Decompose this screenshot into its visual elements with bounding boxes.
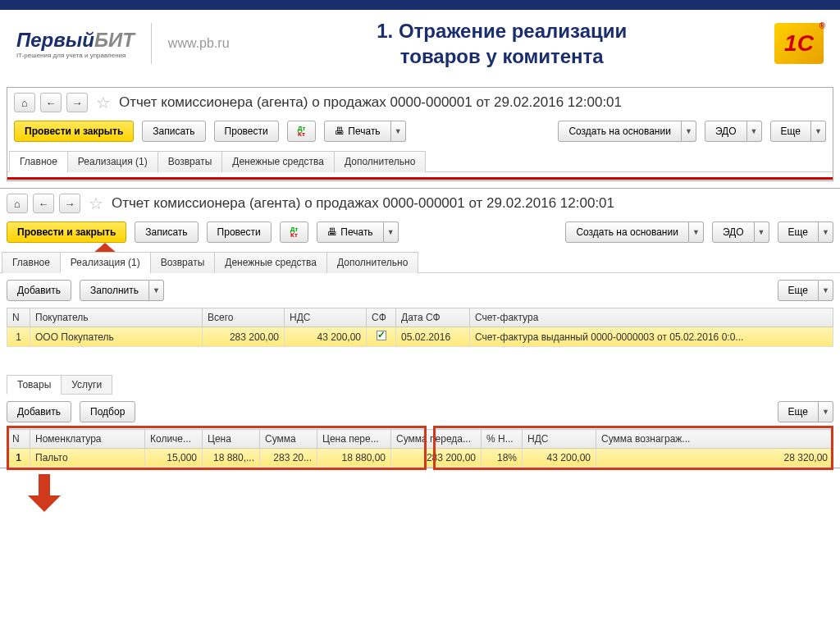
sf-checkbox[interactable] <box>377 331 386 340</box>
edo-button[interactable]: ЭДО <box>712 221 755 243</box>
tab-goods[interactable]: Товары <box>7 375 62 395</box>
create-based-dropdown[interactable]: ▼ <box>689 221 704 243</box>
more-button[interactable]: Еще <box>770 121 811 142</box>
create-based-button[interactable]: Создать на основании <box>558 121 682 142</box>
doc-title: Отчет комиссионера (агента) о продажах 0… <box>112 195 614 212</box>
create-based-button[interactable]: Создать на основании <box>565 221 689 243</box>
more-button[interactable]: Еще <box>778 401 819 422</box>
tab-returns[interactable]: Возвраты <box>150 252 216 273</box>
more-button[interactable]: Еще <box>778 221 819 243</box>
tab-additional[interactable]: Дополнительно <box>334 151 426 172</box>
print-dropdown[interactable]: ▼ <box>391 121 406 142</box>
dtkt-button[interactable]: ДтКт <box>287 121 317 142</box>
printer-icon: 🖶 <box>335 126 345 137</box>
fill-button[interactable]: Заполнить <box>80 280 149 301</box>
pick-button[interactable]: Подбор <box>80 401 135 422</box>
slide-header: ПервыйБИТ IT-решения для учета и управле… <box>0 10 840 77</box>
home-button[interactable]: ⌂ <box>14 93 35 112</box>
add-button[interactable]: Добавить <box>7 401 71 422</box>
print-button[interactable]: 🖶 Печать <box>324 121 390 142</box>
tab-returns[interactable]: Возвраты <box>158 151 223 172</box>
arrow-indicator-down <box>28 472 61 514</box>
tab-realization[interactable]: Реализация (1) <box>67 151 158 172</box>
tab-money[interactable]: Денежные средства <box>214 252 327 273</box>
tab-additional[interactable]: Дополнительно <box>326 252 418 273</box>
edo-dropdown[interactable]: ▼ <box>747 121 762 142</box>
printer-icon: 🖶 <box>327 226 337 238</box>
save-button[interactable]: Записать <box>135 221 198 243</box>
window-2: ⌂ ← → ☆ Отчет комиссионера (агента) о пр… <box>0 188 840 468</box>
star-icon[interactable]: ☆ <box>89 194 103 213</box>
post-button[interactable]: Провести <box>207 221 272 243</box>
buyers-table[interactable]: N Покупатель Всего НДС СФ Дата СФ Счет-ф… <box>7 308 833 347</box>
tab-money[interactable]: Денежные средства <box>221 151 335 172</box>
slide-title: 1. Отражение реализации товаров у комите… <box>246 18 758 69</box>
tab-main[interactable]: Главное <box>9 151 68 172</box>
more-dropdown[interactable]: ▼ <box>819 280 833 301</box>
post-close-button[interactable]: Провести и закрыть <box>14 121 134 142</box>
logo-pervyibit: ПервыйБИТ IT-решения для учета и управле… <box>16 29 135 59</box>
goods-table[interactable]: N Номенклатура Количе... Цена Сумма Цена… <box>7 429 833 468</box>
post-close-button[interactable]: Провести и закрыть <box>7 221 126 243</box>
dtkt-button[interactable]: ДтКт <box>280 221 309 243</box>
home-button[interactable]: ⌂ <box>7 194 28 213</box>
back-button[interactable]: ← <box>33 194 54 213</box>
print-dropdown[interactable]: ▼ <box>384 221 399 243</box>
dtkt-icon: ДтКт <box>298 126 306 137</box>
forward-button[interactable]: → <box>66 93 88 112</box>
dtkt-icon: ДтКт <box>290 226 299 238</box>
create-based-dropdown[interactable]: ▼ <box>682 121 696 142</box>
logo-1c: 1C <box>774 23 824 64</box>
window-1: ⌂ ← → ☆ Отчет комиссионера (агента) о пр… <box>7 87 833 181</box>
tab-realization[interactable]: Реализация (1) <box>60 252 151 273</box>
fill-dropdown[interactable]: ▼ <box>149 280 164 301</box>
add-button[interactable]: Добавить <box>7 280 71 301</box>
star-icon[interactable]: ☆ <box>96 93 111 112</box>
back-button[interactable]: ← <box>40 93 62 112</box>
edo-button[interactable]: ЭДО <box>705 121 747 142</box>
table-row[interactable]: 1 Пальто 15,000 18 880,... 283 20... 18 … <box>7 449 833 468</box>
more-dropdown[interactable]: ▼ <box>819 221 833 243</box>
tabs-1: Главное Реализация (1) Возвраты Денежные… <box>7 150 833 172</box>
save-button[interactable]: Записать <box>142 121 205 142</box>
print-button[interactable]: 🖶 Печать <box>317 221 383 243</box>
more-button[interactable]: Еще <box>778 280 819 301</box>
more-dropdown[interactable]: ▼ <box>811 121 826 142</box>
doc-title: Отчет комиссионера (агента) о продажах 0… <box>119 94 622 111</box>
post-button[interactable]: Провести <box>214 121 279 142</box>
url-text: www.pb.ru <box>168 36 230 51</box>
more-dropdown[interactable]: ▼ <box>819 401 833 422</box>
tabs-2: Главное Реализация (1) Возвраты Денежные… <box>0 251 840 273</box>
tab-main[interactable]: Главное <box>2 252 61 273</box>
edo-dropdown[interactable]: ▼ <box>755 221 769 243</box>
tab-services[interactable]: Услуги <box>61 375 112 395</box>
goods-tabs: Товары Услуги <box>0 370 840 395</box>
table-row[interactable]: 1 ООО Покупатель 283 200,00 43 200,00 05… <box>7 327 833 347</box>
forward-button[interactable]: → <box>59 194 80 213</box>
